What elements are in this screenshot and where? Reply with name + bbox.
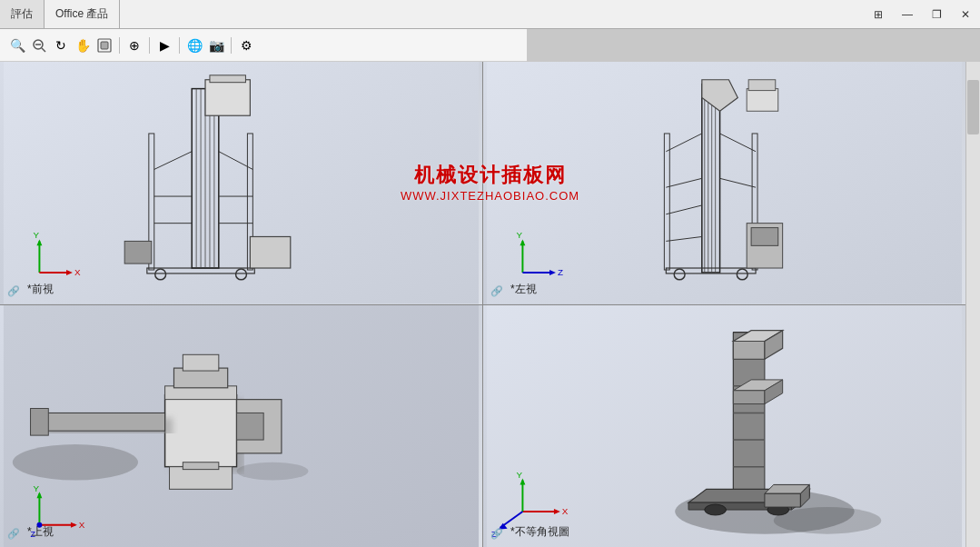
svg-text:Y: Y — [517, 230, 523, 240]
panel-icon-1[interactable]: ⊞ — [864, 0, 893, 29]
options-icon[interactable]: ⚙ — [236, 35, 256, 55]
close-button[interactable]: ✕ — [951, 0, 980, 29]
svg-point-96 — [705, 504, 727, 515]
svg-rect-21 — [205, 80, 250, 115]
svg-rect-63 — [39, 413, 164, 431]
window-controls: ⊞ — ❐ ✕ — [864, 0, 980, 29]
toolbar: 🔍 ↻ ✋ ⊕ ▶ 🌐 📷 ⚙ — [0, 29, 527, 62]
svg-rect-71 — [183, 462, 218, 469]
sep-3 — [179, 37, 180, 54]
scrollbar-vertical[interactable] — [965, 62, 980, 547]
svg-rect-67 — [183, 354, 218, 371]
svg-rect-54 — [748, 80, 776, 91]
tab-estimate[interactable]: 評估 — [0, 0, 45, 28]
link-icon-iso: 🔗 — [490, 528, 503, 540]
link-icon-left: 🔗 — [490, 285, 503, 297]
svg-rect-64 — [31, 408, 49, 435]
tab-office[interactable]: Office 產品 — [45, 0, 120, 28]
viewport-label-top: *上視 — [27, 524, 54, 540]
view-icon-1[interactable] — [94, 35, 114, 55]
section-icon[interactable]: ⊕ — [124, 35, 144, 55]
restore-button[interactable]: ❐ — [922, 0, 951, 29]
svg-rect-50 — [751, 228, 778, 246]
svg-rect-53 — [747, 89, 778, 112]
viewport-container: Y X 🔗 *前視 — [0, 62, 965, 547]
svg-point-72 — [13, 443, 138, 479]
svg-marker-100 — [765, 493, 800, 507]
viewport-iso[interactable]: X Y Z 🔗 *不等角視圖 — [483, 305, 965, 548]
svg-text:Y: Y — [34, 230, 40, 240]
sep-2 — [149, 37, 150, 54]
svg-text:X: X — [562, 505, 569, 515]
zoom-in-icon[interactable]: 🔍 — [7, 35, 27, 55]
scrollbar-thumb[interactable] — [967, 80, 979, 134]
display-icon[interactable]: ▶ — [154, 35, 174, 55]
svg-text:X: X — [79, 519, 85, 529]
sep-1 — [119, 37, 120, 54]
svg-rect-4 — [101, 42, 108, 49]
svg-text:X: X — [74, 267, 81, 277]
link-icon-front: 🔗 — [7, 285, 20, 297]
svg-rect-23 — [250, 236, 290, 268]
svg-rect-70 — [170, 466, 233, 489]
viewport-label-front: *前視 — [27, 282, 54, 297]
title-bar: 評估 Office 產品 ⊞ — ❐ ✕ — [0, 0, 980, 29]
viewport-top[interactable]: X Y Z 🔗 *上視 — [0, 305, 482, 548]
svg-text:Z: Z — [558, 267, 563, 277]
zoom-out-icon[interactable] — [29, 35, 49, 55]
globe-icon[interactable]: 🌐 — [184, 35, 204, 55]
sep-4 — [231, 37, 232, 54]
minimize-button[interactable]: — — [893, 0, 922, 29]
svg-point-73 — [237, 462, 309, 480]
viewport-label-iso: *不等角視圖 — [510, 524, 569, 540]
svg-text:Y: Y — [517, 469, 523, 479]
viewport-label-left: *左視 — [510, 282, 537, 297]
viewport-left[interactable]: Y Z 🔗 *左視 — [483, 62, 965, 304]
svg-marker-103 — [733, 341, 765, 359]
svg-rect-69 — [237, 413, 264, 440]
svg-rect-22 — [210, 75, 245, 83]
link-icon-top: 🔗 — [7, 528, 20, 540]
svg-text:Y: Y — [34, 483, 40, 493]
photo-icon[interactable]: 📷 — [206, 35, 226, 55]
svg-marker-106 — [733, 390, 765, 403]
viewport-front[interactable]: Y X 🔗 *前視 — [0, 62, 482, 304]
pan-icon[interactable]: ✋ — [73, 35, 93, 55]
rotate-icon[interactable]: ↻ — [51, 35, 71, 55]
svg-rect-24 — [124, 241, 152, 264]
svg-line-1 — [42, 48, 45, 52]
svg-point-84 — [774, 507, 881, 534]
svg-rect-62 — [165, 394, 237, 466]
